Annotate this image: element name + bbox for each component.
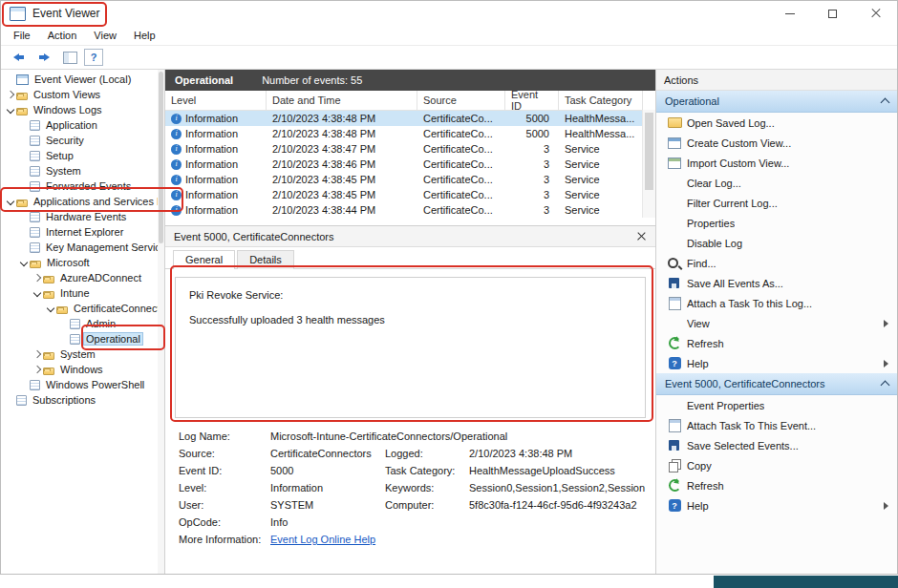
table-row[interactable]: Information2/10/2023 4:38:48 PMCertifica… — [165, 111, 655, 126]
menu-help[interactable]: Help — [125, 27, 164, 44]
forward-arrow-icon[interactable] — [32, 48, 55, 67]
task-icon — [666, 297, 683, 310]
tree-item-windows-logs[interactable]: Windows Logs — [1, 102, 164, 117]
chevron-down-icon[interactable] — [45, 305, 56, 311]
action-refresh[interactable]: Refresh — [656, 475, 897, 495]
cell-eventid: 3 — [505, 187, 559, 202]
table-row[interactable]: Information2/10/2023 4:38:46 PMCertifica… — [165, 157, 655, 172]
close-button[interactable] — [854, 1, 897, 26]
action-attach-a-task-to-this-log[interactable]: Attach a Task To this Log... — [656, 293, 897, 313]
column-header-label: Source — [423, 94, 457, 106]
table-row[interactable]: Information2/10/2023 4:38:45 PMCertifica… — [165, 187, 655, 202]
tree-item-custom-views[interactable]: Custom Views — [1, 87, 164, 102]
action-create-custom-view[interactable]: Create Custom View... — [656, 133, 897, 153]
cell-eventid: 5000 — [505, 126, 559, 141]
chevron-down-icon[interactable] — [5, 107, 16, 113]
help-icon — [666, 499, 683, 513]
action-save-all-events-as[interactable]: Save All Events As... — [656, 273, 897, 293]
chevron-glyph — [33, 366, 41, 373]
tree-scrollbar[interactable] — [158, 70, 164, 574]
column-header-label: Level — [171, 94, 196, 106]
table-row[interactable]: Information2/10/2023 4:38:44 PMCertifica… — [165, 202, 655, 218]
tree-item-windows[interactable]: Windows — [1, 362, 164, 377]
menu-file[interactable]: File — [5, 27, 39, 44]
action-properties[interactable]: Properties — [656, 213, 897, 233]
column-header-level[interactable]: Level — [165, 91, 267, 110]
chevron-right-icon[interactable] — [32, 351, 43, 357]
tree-item-application[interactable]: Application — [1, 117, 164, 133]
import-icon — [666, 157, 683, 170]
action-import-custom-view[interactable]: Import Custom View... — [656, 153, 897, 173]
chevron-down-icon[interactable] — [32, 290, 43, 296]
action-copy[interactable]: Copy — [656, 455, 897, 475]
field-label: User: — [179, 499, 270, 511]
event-log-online-help-link[interactable]: Event Log Online Help — [270, 534, 644, 545]
action-filter-current-log[interactable]: Filter Current Log... — [656, 193, 897, 213]
action-view[interactable]: View — [656, 313, 897, 333]
action-find[interactable]: Find... — [656, 253, 897, 273]
tab-general[interactable]: General — [173, 250, 235, 269]
tree-item-label: AzureADConnect — [57, 271, 144, 284]
action-save-selected-events[interactable]: Save Selected Events... — [656, 435, 897, 455]
action-event-properties[interactable]: Event Properties — [656, 395, 897, 415]
action-clear-log[interactable]: Clear Log... — [656, 173, 897, 193]
tree-item-forwarded-events[interactable]: Forwarded Events — [1, 178, 164, 194]
table-row[interactable]: Information2/10/2023 4:38:47 PMCertifica… — [165, 141, 655, 157]
column-header-date-and-time[interactable]: Date and Time — [267, 91, 417, 110]
tree-item-hardware-events[interactable]: Hardware Events — [1, 209, 164, 224]
column-header-task-category[interactable]: Task Category — [559, 91, 643, 110]
tree-item-microsoft[interactable]: Microsoft — [1, 255, 164, 270]
help-icon[interactable] — [84, 49, 103, 66]
tree-item-applications-and-services-log[interactable]: Applications and Services Log — [1, 194, 164, 209]
minimize-button[interactable] — [768, 1, 811, 26]
tree-item-operational[interactable]: Operational — [1, 331, 164, 346]
tree-item-azureadconnect[interactable]: AzureADConnect — [1, 270, 164, 285]
tree-item-certificateconnect[interactable]: CertificateConnect — [1, 301, 164, 316]
folder-icon — [16, 108, 28, 116]
menu-view[interactable]: View — [85, 27, 125, 44]
menu-action[interactable]: Action — [39, 27, 86, 44]
back-arrow-icon[interactable] — [7, 48, 30, 67]
chevron-glyph — [33, 289, 41, 297]
tree-item-subscriptions[interactable]: Subscriptions — [1, 392, 164, 408]
tree-item-label: Key Management Service — [43, 241, 165, 254]
tree-item-admin[interactable]: Admin — [1, 316, 164, 331]
action-attach-task-to-this-event[interactable]: Attach Task To This Event... — [656, 415, 897, 435]
action-open-saved-log[interactable]: Open Saved Log... — [656, 113, 897, 133]
tree-item-intune[interactable]: Intune — [1, 285, 164, 301]
tree-item-event-viewer-local[interactable]: Event Viewer (Local) — [1, 72, 164, 87]
cell-level: Information — [165, 172, 267, 187]
column-header-event-id[interactable]: Event ID — [505, 91, 559, 110]
tree-item-internet-explorer[interactable]: Internet Explorer — [1, 224, 164, 240]
chevron-down-icon[interactable] — [5, 199, 16, 204]
tree-item-system[interactable]: System — [1, 346, 164, 362]
column-header-source[interactable]: Source — [417, 91, 505, 110]
maximize-button[interactable] — [811, 1, 854, 26]
actions-section-header-event-5000-certificateconnectors[interactable]: Event 5000, CertificateConnectors — [656, 373, 897, 395]
main-area: Event Viewer (Local)Custom ViewsWindows … — [1, 70, 897, 574]
chevron-right-icon[interactable] — [32, 275, 43, 281]
chevron-down-icon[interactable] — [18, 260, 30, 265]
table-row[interactable]: Information2/10/2023 4:38:45 PMCertifica… — [165, 172, 655, 187]
tab-details[interactable]: Details — [237, 250, 294, 269]
chevron-right-icon[interactable] — [32, 367, 43, 372]
tree-item-key-management-service[interactable]: Key Management Service — [1, 240, 164, 255]
table-row[interactable]: Information2/10/2023 4:38:48 PMCertifica… — [165, 126, 655, 141]
actions-section-header-operational[interactable]: Operational — [656, 91, 897, 113]
action-help[interactable]: Help — [656, 353, 897, 373]
tree-item-system[interactable]: System — [1, 163, 164, 178]
action-refresh[interactable]: Refresh — [656, 333, 897, 353]
column-header-label: Event ID — [511, 89, 548, 112]
table-scrollbar[interactable] — [642, 110, 655, 218]
table-scrollbar-thumb[interactable] — [645, 113, 653, 190]
console-tree-icon[interactable] — [58, 48, 81, 67]
detail-close-icon[interactable] — [636, 231, 647, 242]
tree-item-setup[interactable]: Setup — [1, 148, 164, 163]
tree-item-windows-powershell[interactable]: Windows PowerShell — [1, 377, 164, 392]
tree-item-label: Windows — [57, 363, 106, 376]
chevron-right-icon[interactable] — [5, 92, 16, 97]
tree-scrollbar-thumb[interactable] — [159, 72, 163, 243]
tree-item-security[interactable]: Security — [1, 133, 164, 148]
action-help[interactable]: Help — [656, 495, 897, 515]
action-disable-log[interactable]: Disable Log — [656, 233, 897, 253]
